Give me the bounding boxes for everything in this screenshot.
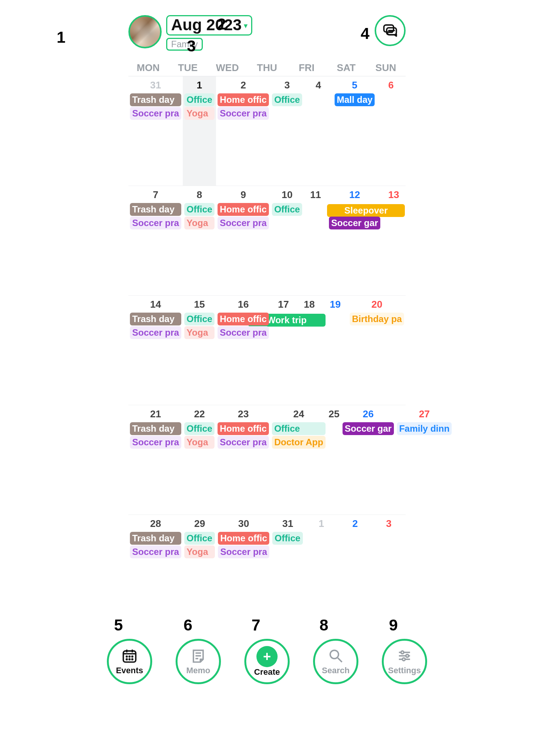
event-chip[interactable]: Yoga xyxy=(184,545,215,558)
calendar-day[interactable]: 6 xyxy=(376,76,406,186)
event-chip[interactable]: Home offic xyxy=(218,203,269,216)
calendar-day[interactable]: 11 xyxy=(304,186,327,295)
calendar-day[interactable]: 29OfficeYoga xyxy=(183,515,216,594)
nav-memo-label: Memo xyxy=(186,666,210,675)
calendar-day[interactable]: 13 xyxy=(382,186,406,295)
calendar-day[interactable]: 7Trash daySoccer pra xyxy=(128,186,183,295)
calendar-day[interactable]: 15OfficeYoga xyxy=(183,296,216,405)
event-chip[interactable]: Yoga xyxy=(184,107,215,120)
calendar-day[interactable]: 26Soccer gar xyxy=(341,405,395,514)
event-chip[interactable]: Soccer pra xyxy=(218,107,269,120)
messages-button[interactable] xyxy=(375,15,406,46)
event-chip[interactable]: Office xyxy=(272,422,326,435)
month-selector[interactable]: Aug 2023 ▾ xyxy=(166,15,252,36)
event-chip[interactable]: Trash day xyxy=(130,313,181,325)
profile-avatar[interactable] xyxy=(128,15,162,48)
calendar-day[interactable]: 24OfficeDoctor App xyxy=(270,405,327,514)
day-events: Home officSoccer pra xyxy=(218,93,269,120)
calendar-day[interactable]: 19 xyxy=(322,296,348,405)
calendar-day[interactable]: 23Home officSoccer pra xyxy=(216,405,270,514)
event-chip[interactable]: Trash day xyxy=(130,532,181,545)
event-chip[interactable]: Yoga xyxy=(184,217,215,229)
calendar-day[interactable]: 25 xyxy=(327,405,341,514)
calendar-day[interactable]: 2 xyxy=(338,515,372,594)
nav-memo[interactable]: Memo xyxy=(176,639,221,684)
event-chip[interactable]: Soccer gar xyxy=(329,217,380,229)
event-chip[interactable]: Soccer gar xyxy=(343,422,394,435)
calendar-day[interactable]: 16Home officSoccer pra xyxy=(216,296,270,405)
event-chip[interactable]: Mall day xyxy=(335,93,375,106)
calendar-day[interactable]: 3Office xyxy=(270,76,304,186)
event-chip[interactable]: Office xyxy=(184,93,215,106)
calendar-day[interactable]: 1OfficeYoga xyxy=(183,76,216,186)
event-chip[interactable]: Soccer pra xyxy=(130,436,181,449)
calendar-day[interactable]: 10Office xyxy=(270,186,304,295)
event-chip[interactable]: Soccer pra xyxy=(130,545,181,558)
day-events: Office xyxy=(272,532,303,545)
event-chip[interactable]: Soccer pra xyxy=(130,326,181,339)
calendar-day[interactable]: 20Birthday pa xyxy=(348,296,406,405)
calendar-day[interactable]: 17 xyxy=(270,296,296,405)
day-number: 29 xyxy=(184,518,215,530)
event-chip[interactable]: Soccer pra xyxy=(130,107,181,120)
messages-icon xyxy=(382,22,398,40)
event-chip[interactable]: Office xyxy=(184,203,215,216)
event-chip[interactable]: Office xyxy=(184,422,215,435)
calendar-day[interactable]: 31Office xyxy=(271,515,304,594)
nav-settings[interactable]: Settings xyxy=(382,639,427,684)
event-chip[interactable]: Office xyxy=(184,313,215,325)
event-chip[interactable]: Trash day xyxy=(130,203,181,216)
day-number: 4 xyxy=(305,79,332,91)
event-chip[interactable]: Office xyxy=(272,93,302,106)
event-chip[interactable]: Home offic xyxy=(218,422,269,435)
calendar-name-selector[interactable]: Family xyxy=(166,38,203,51)
calendar-day[interactable]: 28Trash daySoccer pra xyxy=(128,515,183,594)
event-chip[interactable]: Doctor App xyxy=(272,436,326,449)
event-chip[interactable]: Office xyxy=(184,532,215,545)
calendar-day[interactable]: 5Mall day xyxy=(333,76,377,186)
nav-search[interactable]: Search xyxy=(313,639,358,684)
svg-point-13 xyxy=(132,659,133,660)
nav-create[interactable]: + Create xyxy=(244,639,290,684)
event-chip[interactable]: Soccer pra xyxy=(218,326,269,339)
event-chip[interactable]: Home offic xyxy=(218,313,269,325)
event-chip[interactable]: Office xyxy=(272,532,303,545)
calendar-day[interactable]: 27Family dinn xyxy=(395,405,453,514)
event-chip[interactable]: Soccer pra xyxy=(130,217,181,229)
event-chip[interactable]: Soccer pra xyxy=(218,217,269,229)
calendar-day[interactable]: 21Trash daySoccer pra xyxy=(128,405,183,514)
event-chip[interactable]: Yoga xyxy=(184,326,215,339)
calendar-day[interactable]: 30Home officSoccer pra xyxy=(216,515,271,594)
nav-events[interactable]: Events xyxy=(107,639,152,684)
calendar-day[interactable]: 22OfficeYoga xyxy=(183,405,216,514)
calendar-day[interactable]: 31Trash daySoccer pra xyxy=(128,76,183,186)
event-chip[interactable]: Family dinn xyxy=(397,422,452,435)
calendar-day[interactable]: 12Soccer gar xyxy=(327,186,382,295)
calendar-day[interactable]: 8OfficeYoga xyxy=(183,186,216,295)
event-chip[interactable]: Yoga xyxy=(184,436,215,449)
event-chip[interactable]: Home offic xyxy=(218,532,269,545)
dow-wed: WED xyxy=(208,62,247,74)
event-chip[interactable]: Trash day xyxy=(130,422,181,435)
event-chip[interactable]: Birthday pa xyxy=(350,313,404,325)
event-chip[interactable]: Home offic xyxy=(218,93,269,106)
calendar-day[interactable]: 4 xyxy=(304,76,333,186)
day-events: OfficeYoga xyxy=(184,422,215,449)
event-chip[interactable]: Office xyxy=(272,203,302,216)
calendar-day[interactable]: 3 xyxy=(372,515,406,594)
calendar-day[interactable]: 2Home officSoccer pra xyxy=(216,76,270,186)
calendar-day[interactable]: 9Home officSoccer pra xyxy=(216,186,270,295)
day-number: 28 xyxy=(130,518,181,530)
calendar-day[interactable]: 1 xyxy=(304,515,338,594)
event-chip[interactable]: Trash day xyxy=(130,93,181,106)
dow-fri: FRI xyxy=(287,62,326,74)
calendar-day[interactable]: 18 xyxy=(296,296,323,405)
event-chip[interactable]: Soccer pra xyxy=(218,545,269,558)
calendar-week: Sleepover7Trash daySoccer pra8OfficeYoga… xyxy=(128,186,406,296)
event-chip[interactable]: Soccer pra xyxy=(218,436,269,449)
day-number: 10 xyxy=(272,189,302,201)
settings-icon xyxy=(396,648,413,666)
calendar-day[interactable]: 14Trash daySoccer pra xyxy=(128,296,183,405)
plus-icon: + xyxy=(256,646,278,667)
day-events: Trash daySoccer pra xyxy=(130,422,181,449)
